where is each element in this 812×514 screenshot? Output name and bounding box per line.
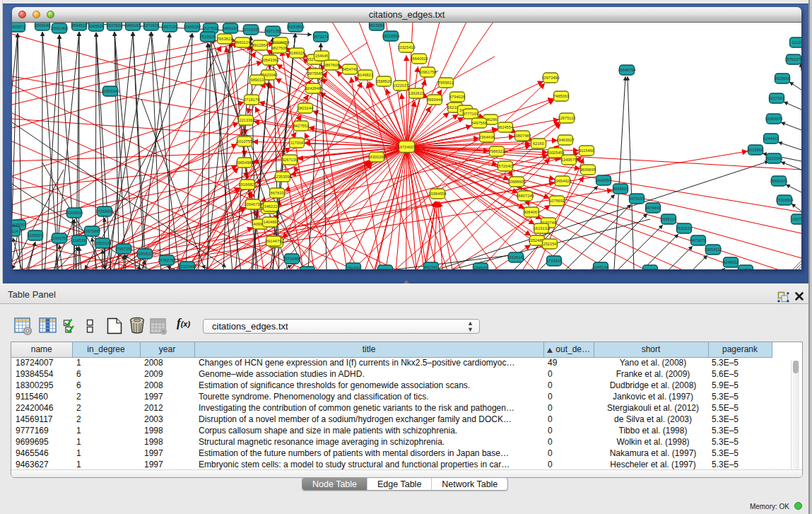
svg-text:19654985: 19654985 [235, 160, 253, 165]
svg-text:18807249: 18807249 [516, 194, 534, 198]
svg-text:1075692: 1075692 [549, 199, 565, 203]
svg-text:16671355: 16671355 [264, 29, 281, 33]
svg-text:3875685: 3875685 [307, 71, 323, 76]
svg-text:12503135: 12503135 [93, 241, 111, 245]
svg-text:19218506: 19218506 [382, 34, 399, 38]
svg-text:862341: 862341 [425, 265, 438, 269]
svg-text:2718176: 2718176 [244, 98, 259, 102]
svg-text:10655287: 10655287 [183, 25, 201, 29]
svg-text:191443: 191443 [347, 266, 360, 269]
svg-text:17359934: 17359934 [95, 209, 113, 214]
svg-text:18300295: 18300295 [367, 155, 385, 159]
svg-text:17016504: 17016504 [775, 198, 793, 202]
svg-text:11123: 11123 [792, 40, 801, 45]
svg-text:2935114: 2935114 [661, 217, 676, 221]
svg-text:12213363: 12213363 [237, 118, 254, 122]
svg-text:9242848: 9242848 [305, 86, 321, 90]
svg-text:20091406: 20091406 [50, 26, 68, 30]
svg-text:10654112: 10654112 [705, 247, 722, 252]
svg-text:9699695: 9699695 [580, 168, 596, 172]
svg-text:7663822: 7663822 [217, 37, 233, 41]
svg-text:867833: 867833 [271, 191, 284, 195]
svg-text:8454749: 8454749 [342, 67, 358, 71]
svg-text:6479197: 6479197 [629, 197, 645, 201]
svg-text:348222: 348222 [264, 204, 278, 209]
svg-text:7986322: 7986322 [489, 149, 505, 153]
svg-text:12093873: 12093873 [765, 117, 782, 121]
svg-text:6914479: 6914479 [266, 239, 281, 243]
svg-text:10961758: 10961758 [418, 70, 436, 74]
svg-text:10719155: 10719155 [242, 28, 259, 32]
svg-text:1667135: 1667135 [162, 25, 177, 29]
svg-text:114519: 114519 [73, 238, 86, 243]
svg-text:2364436: 2364436 [479, 135, 495, 139]
svg-text:17957253: 17957253 [114, 247, 132, 251]
svg-text:1733426: 1733426 [546, 259, 562, 263]
svg-text:6466161: 6466161 [223, 26, 238, 30]
svg-text:16648794: 16648794 [618, 68, 635, 72]
svg-text:924565: 924565 [739, 268, 753, 269]
svg-text:10958117: 10958117 [136, 252, 154, 256]
svg-text:8813054: 8813054 [369, 23, 384, 28]
svg-text:12923456: 12923456 [376, 268, 394, 269]
svg-text:1588520: 1588520 [376, 79, 392, 83]
svg-text:1065528: 1065528 [88, 24, 104, 28]
svg-text:8990448: 8990448 [427, 98, 442, 102]
svg-text:3572274: 3572274 [313, 35, 329, 39]
svg-text:1362615: 1362615 [408, 91, 424, 95]
svg-text:10046736: 10046736 [244, 202, 261, 206]
svg-text:12975115: 12975115 [558, 116, 576, 120]
svg-text:9329966: 9329966 [775, 76, 790, 81]
svg-text:9084067: 9084067 [524, 210, 539, 214]
svg-text:8660124: 8660124 [235, 40, 250, 45]
svg-text:19463627: 19463627 [556, 138, 574, 142]
svg-text:1322037: 1322037 [393, 83, 408, 88]
svg-text:15751074: 15751074 [784, 57, 801, 62]
svg-text:16782759: 16782759 [158, 258, 175, 262]
svg-text:9827508: 9827508 [271, 46, 287, 50]
svg-text:39114: 39114 [12, 229, 18, 233]
svg-text:1349575: 1349575 [561, 158, 577, 162]
svg-text:18724007: 18724007 [398, 145, 416, 149]
svg-text:9777169: 9777169 [463, 112, 478, 116]
svg-text:1071915: 1071915 [143, 23, 159, 28]
svg-text:12942757: 12942757 [50, 236, 68, 240]
svg-text:9474444: 9474444 [645, 206, 661, 210]
svg-text:8215958: 8215958 [748, 148, 763, 152]
svg-text:1640954: 1640954 [596, 178, 611, 182]
svg-text:8471676: 8471676 [690, 238, 706, 243]
svg-text:10688609: 10688609 [507, 180, 525, 184]
svg-text:62160: 62160 [533, 141, 544, 146]
svg-text:9115460: 9115460 [579, 148, 594, 153]
svg-text:8912954: 8912954 [252, 43, 268, 47]
svg-text:989013: 989013 [251, 78, 264, 82]
svg-text:9227343: 9227343 [769, 96, 784, 100]
svg-text:3267130: 3267130 [282, 158, 298, 162]
svg-text:13325419: 13325419 [397, 45, 415, 49]
svg-text:1244415: 1244415 [763, 136, 779, 141]
svg-text:18640910: 18640910 [410, 57, 428, 61]
svg-text:12353594: 12353594 [273, 175, 291, 179]
svg-text:6794028: 6794028 [449, 95, 465, 99]
svg-text:19166825: 19166825 [238, 182, 256, 187]
svg-text:12323446: 12323446 [178, 264, 196, 269]
svg-text:9594512: 9594512 [71, 23, 87, 28]
svg-text:154645: 154645 [315, 54, 329, 58]
svg-text:2867608: 2867608 [324, 63, 339, 67]
svg-text:20053346: 20053346 [101, 89, 119, 93]
svg-text:116753: 116753 [792, 217, 801, 221]
svg-text:10543362: 10543362 [261, 58, 278, 62]
svg-text:9146821: 9146821 [358, 73, 373, 77]
svg-text:7515526: 7515526 [200, 35, 216, 39]
svg-text:20206536: 20206536 [65, 211, 83, 215]
svg-text:15692971: 15692971 [770, 179, 787, 183]
svg-text:19654923: 19654923 [553, 179, 571, 183]
svg-text:14136141: 14136141 [507, 255, 524, 259]
svg-text:1527602: 1527602 [203, 26, 218, 30]
svg-text:117004: 117004 [290, 141, 304, 145]
svg-text:8427552: 8427552 [293, 124, 309, 128]
svg-text:7955812: 7955812 [438, 81, 454, 85]
svg-text:10807487: 10807487 [513, 134, 531, 138]
svg-text:1045134: 1045134 [593, 265, 608, 269]
svg-text:8186328: 8186328 [289, 51, 305, 55]
